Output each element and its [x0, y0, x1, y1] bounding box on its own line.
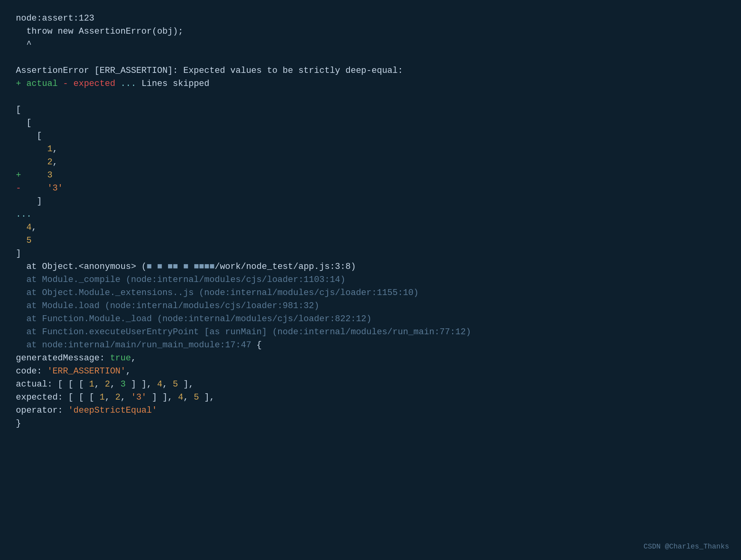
node-assert-line: node:assert:123 — [16, 12, 725, 25]
operator-line: operator: 'deepStrictEqual' — [16, 404, 725, 417]
minus-label: - expected — [63, 79, 115, 89]
blank-line-2 — [16, 90, 725, 103]
expected-line: expected: [ [ [ 1, 2, '3' ] ], 4, 5 ], — [16, 391, 725, 404]
lines-skipped-label: Lines skipped — [141, 79, 210, 89]
minus-3-value: '3' — [47, 183, 63, 193]
expected-2: 2 — [115, 392, 120, 402]
at-module-load-line: at Module.load (node:internal/modules/cj… — [16, 299, 725, 312]
open-bracket3: [ — [16, 130, 725, 143]
actual-line: actual: [ [ [ 1, 2, 3 ] ], 4, 5 ], — [16, 378, 725, 391]
code-line: code: 'ERR_ASSERTION', — [16, 365, 725, 378]
path-obfuscated: ■ ■ ■■ ■ ■■■■ — [147, 262, 215, 272]
ellipsis-line: ... — [16, 208, 725, 221]
generated-message-line: generatedMessage: true, — [16, 352, 725, 365]
watermark: CSDN @Charles_Thanks — [644, 541, 729, 552]
throw-line: throw new AssertionError(obj); — [16, 25, 725, 38]
expected-3: '3' — [131, 392, 147, 402]
at-function-execute-line: at Function.executeUserEntryPoint [as ru… — [16, 326, 725, 339]
plus-label: + actual — [16, 79, 58, 89]
actual-5: 5 — [173, 379, 178, 389]
caret-line: ^ — [16, 38, 725, 51]
plus-3-line: + 3 — [16, 169, 725, 182]
open-bracket2: [ — [16, 116, 725, 130]
at-object-module-line: at Object.Module._extensions..js (node:i… — [16, 286, 725, 299]
actual-4: 4 — [157, 379, 162, 389]
blank-line-1 — [16, 51, 725, 64]
operator-value: 'deepStrictEqual' — [68, 406, 157, 415]
actual-2: 2 — [105, 379, 110, 389]
num1-line: 1, — [16, 143, 725, 156]
assertion-error-line: AssertionError [ERR_ASSERTION]: Expected… — [16, 64, 725, 77]
close-bracket1: ] — [16, 195, 725, 208]
at-object-line: at Object.<anonymous> (■ ■ ■■ ■ ■■■■/wor… — [16, 260, 725, 273]
num4-line: 4, — [16, 221, 725, 234]
ellipsis-label: ... — [120, 79, 136, 89]
expected-5: 5 — [194, 392, 199, 402]
at-module-compile-line: at Module._compile (node:internal/module… — [16, 273, 725, 286]
code-value: 'ERR_ASSERTION' — [47, 366, 126, 376]
generated-message-value: true — [110, 353, 131, 363]
expected-4: 4 — [178, 392, 183, 402]
at-node-internal-line: at node:internal/main/run_main_module:17… — [16, 339, 725, 352]
open-bracket1: [ — [16, 103, 725, 116]
close-brace-line: } — [16, 417, 725, 430]
num5-line: 5 — [16, 234, 725, 247]
actual-1: 1 — [89, 379, 94, 389]
num4-value: 4 — [26, 223, 31, 232]
minus-3-line: - '3' — [16, 182, 725, 195]
close-bracket2: ] — [16, 247, 725, 260]
at-node-internal-text: at node:internal/main/run_main_module:17… — [16, 340, 256, 350]
open-brace: { — [256, 340, 262, 350]
actual-3: 3 — [120, 379, 126, 389]
num1-value: 1 — [47, 144, 52, 154]
plus-3-value: 3 — [47, 170, 52, 180]
terminal-output: node:assert:123 throw new AssertionError… — [16, 12, 725, 430]
expected-1: 1 — [99, 392, 105, 402]
num5-value: 5 — [26, 236, 31, 246]
num2-value: 2 — [47, 157, 52, 167]
num2-line: 2, — [16, 156, 725, 169]
diff-header-line: + actual - expected ... Lines skipped — [16, 77, 725, 90]
at-function-module-line: at Function.Module._load (node:internal/… — [16, 312, 725, 326]
